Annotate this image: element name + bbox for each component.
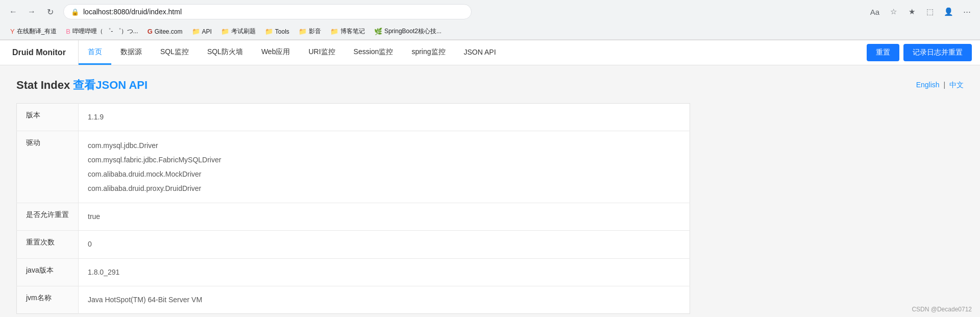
json-api-link[interactable]: 查看JSON API	[73, 79, 148, 91]
bookmark-tools[interactable]: 📁 Tools	[261, 26, 293, 37]
nav-item-web-app[interactable]: Web应用	[252, 40, 300, 65]
driver-item-1: com.mysql.jdbc.Driver	[88, 138, 680, 153]
more-button[interactable]: ⋯	[960, 5, 974, 19]
driver-item-3: com.alibaba.druid.mock.MockDriver	[88, 167, 680, 181]
nav-item-sql-firewall[interactable]: SQL防火墙	[198, 40, 252, 65]
row-value-java-version: 1.8.0_291	[79, 258, 690, 286]
bilibili-icon: B	[66, 28, 70, 35]
row-value-version: 1.1.9	[79, 104, 690, 131]
bookmark-movie-label: 影音	[309, 27, 321, 36]
driver-list: com.mysql.jdbc.Driver com.mysql.fabric.j…	[88, 138, 680, 196]
row-label-version: 版本	[17, 104, 79, 131]
browser-chrome: ← → ↻ 🔒 localhost:8080/druid/index.html …	[0, 0, 980, 40]
row-label-allow-reset: 是否允许重置	[17, 203, 79, 231]
lang-chinese[interactable]: 中文	[949, 81, 964, 89]
nav-item-spring-monitor[interactable]: spring监控	[402, 40, 454, 65]
bookmark-blog[interactable]: 📁 博客笔记	[326, 26, 369, 37]
reset-button[interactable]: 重置	[867, 44, 899, 61]
bookmark-exam[interactable]: 📁 考试刷题	[217, 26, 260, 37]
page-title: Stat Index 查看JSON API	[16, 78, 148, 93]
app-nav-buttons: 重置 记录日志并重置	[859, 44, 980, 61]
nav-item-sql-monitor[interactable]: SQL监控	[151, 40, 198, 65]
driver-item-2: com.mysql.fabric.jdbc.FabricMySQLDriver	[88, 153, 680, 167]
bookmark-spring-label: SpringBoot2核心技...	[384, 27, 442, 36]
bookmarks-bar: Y 在线翻译_有道 B 哔哩哔哩（ ゜- ゜）つ... G Gitee.com …	[0, 23, 980, 40]
favorites-button[interactable]: ☆	[886, 5, 900, 19]
bookmark-api-label: API	[202, 28, 212, 35]
refresh-button[interactable]: ↻	[43, 5, 57, 19]
bookmark-blog-label: 博客笔记	[340, 27, 365, 36]
address-bar-url: localhost:8080/druid/index.html	[83, 8, 464, 16]
row-label-driver: 驱动	[17, 131, 79, 203]
folder-icon: 📁	[192, 28, 200, 35]
nav-item-json-api[interactable]: JSON API	[455, 40, 505, 65]
lang-separator: |	[943, 81, 945, 89]
forward-button[interactable]: →	[24, 5, 39, 19]
split-screen-button[interactable]: ⬚	[923, 5, 937, 19]
folder-icon: 📁	[265, 28, 273, 35]
log-reset-button[interactable]: 记录日志并重置	[903, 44, 972, 61]
nav-item-datasource[interactable]: 数据源	[111, 40, 151, 65]
folder-icon: 📁	[330, 28, 338, 35]
bookmark-tools-label: Tools	[275, 28, 289, 35]
app-nav-items: 首页 数据源 SQL监控 SQL防火墙 Web应用 URI监控 Session监…	[79, 40, 859, 65]
stat-table: 版本 1.1.9 驱动 com.mysql.jdbc.Driver com.my…	[16, 103, 690, 314]
browser-toolbar: ← → ↻ 🔒 localhost:8080/druid/index.html …	[0, 0, 980, 23]
table-row-jvm-name: jvm名称 Java HotSpot(TM) 64-Bit Server VM	[17, 286, 690, 313]
app-nav: Druid Monitor 首页 数据源 SQL监控 SQL防火墙 Web应用 …	[0, 40, 980, 65]
page-footer-watermark: CSDN @Decade0712	[912, 306, 972, 313]
nav-item-session-monitor[interactable]: Session监控	[345, 40, 403, 65]
bookmark-youdao-label: 在线翻译_有道	[17, 27, 57, 36]
table-row-java-version: java版本 1.8.0_291	[17, 258, 690, 286]
bookmark-spring[interactable]: 🌿 SpringBoot2核心技...	[370, 26, 446, 37]
browser-nav-buttons: ← → ↻	[6, 5, 57, 19]
lang-switcher: English | 中文	[916, 81, 964, 90]
row-label-java-version: java版本	[17, 258, 79, 286]
bookmark-exam-label: 考试刷题	[231, 27, 256, 36]
bookmark-gitee[interactable]: G Gitee.com	[143, 26, 187, 37]
table-row-version: 版本 1.1.9	[17, 104, 690, 131]
page-header: Stat Index 查看JSON API English | 中文	[16, 78, 964, 93]
bookmark-movie[interactable]: 📁 影音	[295, 26, 325, 37]
bookmark-gitee-label: Gitee.com	[155, 28, 183, 35]
row-value-jvm-name: Java HotSpot(TM) 64-Bit Server VM	[79, 286, 690, 313]
row-label-reset-count: 重置次数	[17, 231, 79, 258]
profile-button[interactable]: 👤	[941, 5, 955, 19]
back-button[interactable]: ←	[6, 5, 20, 19]
table-row-allow-reset: 是否允许重置 true	[17, 203, 690, 231]
gitee-icon: G	[148, 28, 153, 35]
nav-item-uri-monitor[interactable]: URI监控	[299, 40, 344, 65]
bookmark-youdao[interactable]: Y 在线翻译_有道	[6, 26, 61, 37]
row-value-allow-reset: true	[79, 203, 690, 231]
reader-mode-button[interactable]: Aa	[868, 5, 882, 19]
spring-icon: 🌿	[374, 28, 382, 35]
lang-english[interactable]: English	[916, 81, 940, 89]
driver-item-4: com.alibaba.druid.proxy.DruidDriver	[88, 181, 680, 196]
bookmark-bilibili-label: 哔哩哔哩（ ゜- ゜）つ...	[72, 27, 138, 36]
table-row-reset-count: 重置次数 0	[17, 231, 690, 258]
page-content: Stat Index 查看JSON API English | 中文 版本 1.…	[0, 65, 980, 317]
lock-icon: 🔒	[71, 8, 79, 16]
folder-icon: 📁	[299, 28, 307, 35]
bookmark-bilibili[interactable]: B 哔哩哔哩（ ゜- ゜）つ...	[62, 26, 142, 37]
address-bar[interactable]: 🔒 localhost:8080/druid/index.html	[63, 4, 472, 19]
page-title-static: Stat Index	[16, 79, 70, 91]
table-row-driver: 驱动 com.mysql.jdbc.Driver com.mysql.fabri…	[17, 131, 690, 203]
browser-actions: Aa ☆ ★ ⬚ 👤 ⋯	[868, 5, 974, 19]
youdao-icon: Y	[10, 28, 15, 35]
folder-icon: 📁	[221, 28, 229, 35]
app-brand: Druid Monitor	[0, 40, 79, 65]
row-value-reset-count: 0	[79, 231, 690, 258]
row-label-jvm-name: jvm名称	[17, 286, 79, 313]
collections-button[interactable]: ★	[904, 5, 919, 19]
bookmark-api[interactable]: 📁 API	[188, 26, 216, 37]
nav-item-home[interactable]: 首页	[79, 40, 111, 65]
row-value-driver: com.mysql.jdbc.Driver com.mysql.fabric.j…	[79, 131, 690, 203]
